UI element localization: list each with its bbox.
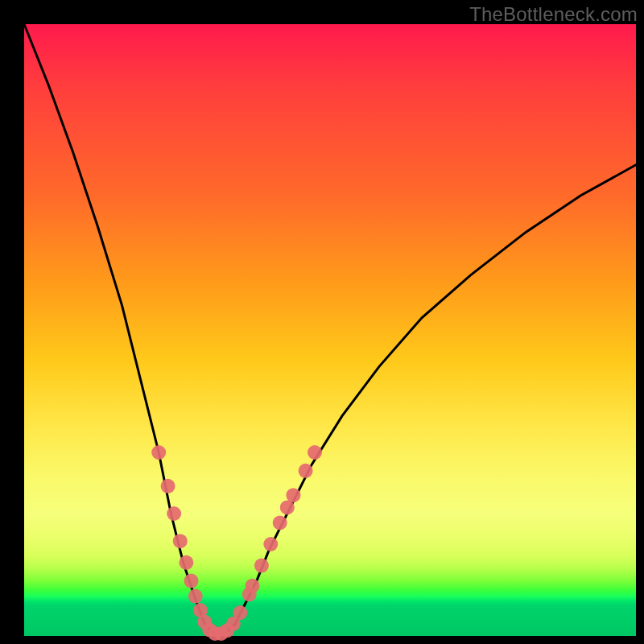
- curve-marker: [188, 589, 203, 604]
- chart-svg: [24, 24, 636, 636]
- curve-marker: [161, 479, 175, 493]
- curve-marker: [308, 445, 322, 460]
- curve-marker: [246, 579, 260, 593]
- curve-marker: [167, 506, 181, 521]
- curve-marker: [184, 574, 199, 588]
- curve-markers: [151, 445, 322, 641]
- chart-frame: TheBottleneck.com: [0, 0, 644, 644]
- curve-marker: [273, 515, 287, 530]
- curve-marker: [173, 534, 188, 548]
- plot-area: [24, 24, 636, 636]
- curve-marker: [299, 464, 313, 478]
- curve-marker: [179, 555, 193, 570]
- watermark-text: TheBottleneck.com: [469, 3, 638, 26]
- curve-marker: [233, 605, 247, 620]
- curve-marker: [254, 559, 269, 573]
- bottleneck-curve: [24, 24, 636, 633]
- curve-marker: [151, 445, 166, 460]
- curve-marker: [286, 488, 300, 502]
- curve-marker: [263, 537, 278, 551]
